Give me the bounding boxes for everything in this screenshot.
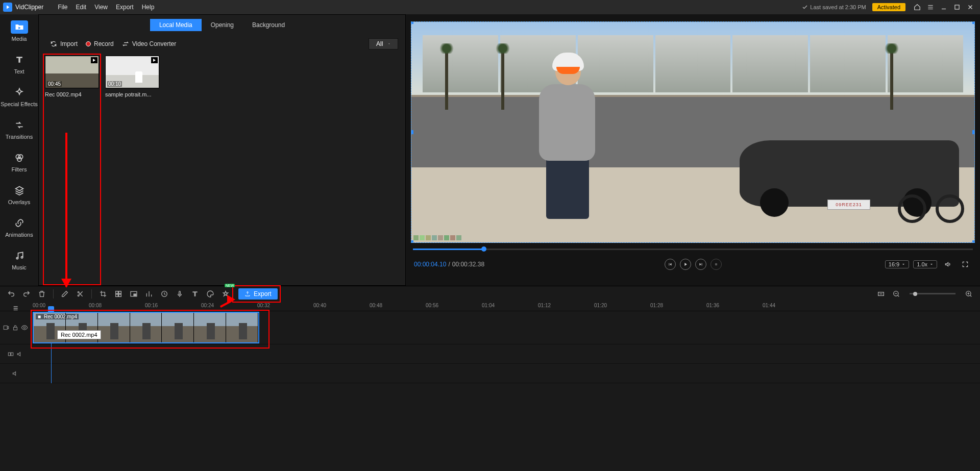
menu-edit[interactable]: Edit [72, 2, 91, 13]
audio-track-head [0, 364, 31, 383]
preview-viewport[interactable]: 09REE231 [411, 21, 975, 243]
timeline-toolbar: NEW Export [0, 286, 980, 301]
track-split-icon [7, 351, 14, 358]
resize-handle[interactable] [972, 130, 975, 134]
sidebar-item-transitions[interactable]: Transitions [0, 112, 38, 145]
tab-opening[interactable]: Opening [202, 19, 243, 31]
scrub-knob[interactable] [481, 246, 486, 252]
stop-button[interactable] [710, 259, 722, 270]
mute-icon[interactable] [16, 351, 23, 358]
clip-name: sample potrait.m... [105, 91, 159, 97]
svg-rect-20 [4, 326, 7, 330]
sidebar-item-media[interactable]: Media [0, 14, 38, 47]
transition-icon [11, 118, 28, 132]
favorite-button[interactable]: NEW [219, 288, 232, 300]
sidebar-label-animations: Animations [5, 232, 33, 238]
delete-button[interactable] [36, 288, 48, 300]
play-badge-icon [91, 57, 97, 63]
tab-local-media[interactable]: Local Media [150, 19, 202, 31]
svg-rect-12 [119, 294, 121, 296]
sidebar-item-overlays[interactable]: Overlays [0, 178, 38, 210]
video-track[interactable]: Rec 0002.mp4 Rec 0002.mp4 [0, 311, 980, 344]
preview-bike [898, 184, 964, 225]
media-clip-1[interactable]: 00:45 Rec 0002.mp4 [45, 56, 99, 283]
export-label: Export [254, 290, 272, 298]
maximize-icon[interactable] [950, 2, 964, 13]
next-frame-button[interactable] [695, 259, 706, 270]
preview-scrubber[interactable] [411, 243, 975, 255]
timeline-clip[interactable]: Rec 0002.mp4 Rec 0002.mp4 [33, 312, 259, 343]
video-converter-button[interactable]: Video Converter [118, 38, 181, 49]
timeline: 00:0000:0800:1600:2400:3200:4000:4800:56… [0, 301, 980, 471]
sidebar-item-animations[interactable]: Animations [0, 210, 38, 243]
import-button[interactable]: Import [46, 38, 82, 49]
crop-button[interactable] [97, 288, 109, 300]
close-icon[interactable] [964, 2, 977, 13]
aspect-ratio-dropdown[interactable]: 16:9 [885, 260, 909, 268]
resize-handle[interactable] [411, 21, 413, 24]
text-tool-button[interactable] [189, 288, 201, 300]
activated-button[interactable]: Activated [872, 3, 905, 11]
resize-handle[interactable] [972, 21, 975, 24]
duration-button[interactable] [158, 288, 170, 300]
resize-handle[interactable] [411, 130, 413, 134]
split-button[interactable] [74, 288, 86, 300]
audio-track-2[interactable] [0, 364, 980, 383]
svg-rect-23 [38, 315, 41, 318]
fullscreen-icon[interactable] [959, 259, 972, 270]
hamburger-icon[interactable] [924, 2, 937, 13]
voiceover-button[interactable] [174, 288, 186, 300]
record-button[interactable]: Record [82, 38, 118, 49]
undo-button[interactable] [5, 288, 17, 300]
minimize-icon[interactable] [937, 2, 950, 13]
record-icon [86, 41, 91, 46]
prev-frame-button[interactable] [665, 259, 676, 270]
mosaic-button[interactable] [112, 288, 125, 300]
music-icon [11, 249, 28, 262]
preview-overlay-boxes [413, 235, 461, 240]
timeline-ruler[interactable]: 00:0000:0800:1600:2400:3200:4000:4800:56… [0, 301, 980, 311]
stats-button[interactable] [143, 288, 155, 300]
media-thumbnails: 00:45 Rec 0002.mp4 00:10 sample potrait.… [39, 54, 405, 285]
zoom-slider-knob[interactable] [913, 292, 917, 296]
speed-dropdown[interactable]: 1.0x [913, 260, 937, 268]
media-clip-2[interactable]: 00:10 sample potrait.m... [105, 56, 159, 283]
sidebar-item-effects[interactable]: Special Effects [0, 80, 38, 112]
lock-icon[interactable] [12, 324, 19, 331]
menu-export[interactable]: Export [112, 2, 138, 13]
tab-background[interactable]: Background [243, 19, 294, 31]
home-icon[interactable] [911, 2, 924, 13]
menu-help[interactable]: Help [138, 2, 159, 13]
ruler-mark: 00:56 [426, 303, 438, 308]
media-action-row: Import Record Video Converter All [39, 35, 405, 54]
pip-button[interactable] [128, 288, 140, 300]
volume-icon[interactable] [941, 259, 954, 270]
sidebar-item-music[interactable]: Music [0, 243, 38, 276]
export-button[interactable]: Export [238, 288, 278, 300]
fit-width-button[interactable] [875, 288, 887, 300]
sparkle-icon [11, 86, 28, 99]
sidebar-label-filters: Filters [12, 166, 27, 172]
video-track-head [0, 311, 31, 344]
zoom-in-button[interactable] [963, 288, 975, 300]
edit-button[interactable] [59, 288, 71, 300]
zoom-slider[interactable] [910, 293, 955, 294]
redo-button[interactable] [20, 288, 33, 300]
clip-duration: 00:10 [107, 81, 122, 87]
mute-icon[interactable] [12, 370, 19, 377]
play-button[interactable] [680, 259, 691, 270]
zoom-out-button[interactable] [890, 288, 902, 300]
media-filter-dropdown[interactable]: All [369, 38, 398, 49]
audio-track-1[interactable] [0, 344, 980, 364]
chevron-down-icon [388, 42, 390, 46]
sidebar-item-filters[interactable]: Filters [0, 145, 38, 178]
sidebar-item-text[interactable]: Text [0, 47, 38, 80]
media-tab-row: Local Media Opening Background [39, 15, 405, 35]
color-button[interactable] [204, 288, 216, 300]
svg-rect-0 [955, 5, 959, 9]
eye-icon[interactable] [21, 324, 28, 331]
ruler-mark: 00:48 [370, 303, 382, 308]
new-badge: NEW [225, 284, 235, 287]
menu-file[interactable]: File [54, 2, 71, 13]
menu-view[interactable]: View [90, 2, 112, 13]
